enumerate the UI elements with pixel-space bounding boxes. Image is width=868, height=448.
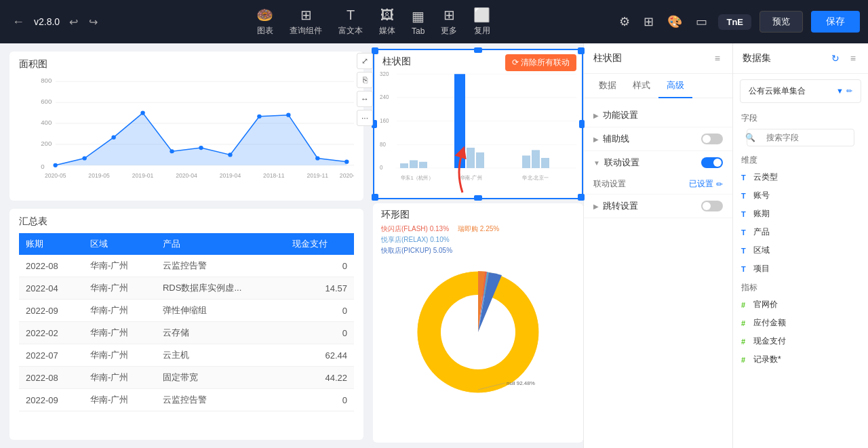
resize-handle-bl[interactable] xyxy=(372,194,378,201)
svg-point-11 xyxy=(53,163,57,167)
widget-toolbar: ⤢ ⎘ ↔ ··· xyxy=(354,50,376,129)
cell-period: 2022-08 xyxy=(19,367,83,389)
field-product[interactable]: T 产品 xyxy=(733,223,868,241)
svg-text:200: 200 xyxy=(41,140,52,147)
back-button[interactable]: ← xyxy=(8,12,28,32)
field-type-icon-6: T xyxy=(741,265,749,273)
svg-text:华东1（杭州）: 华东1（杭州） xyxy=(401,175,433,182)
field-period[interactable]: T 账期 xyxy=(733,205,868,223)
svg-text:400: 400 xyxy=(41,119,52,126)
field-period-name: 账期 xyxy=(753,208,770,220)
field-hash-icon-4: # xyxy=(741,356,749,364)
svg-text:2020-04: 2020-04 xyxy=(176,173,197,180)
cell-payment: 0 xyxy=(285,255,354,277)
field-region[interactable]: T 区域 xyxy=(733,241,868,260)
svg-point-16 xyxy=(199,146,203,150)
section-jump-title: ▶ 跳转设置 xyxy=(593,200,638,212)
svg-text:600: 600 xyxy=(41,98,52,105)
section-jump-header[interactable]: ▶ 跳转设置 xyxy=(584,195,732,218)
more-icon: ⊞ xyxy=(443,7,455,23)
field-record-count-name: 记录数* xyxy=(753,354,781,365)
field-account[interactable]: T 账号 xyxy=(733,186,868,205)
toolbar-item-chart[interactable]: 🍩 图表 xyxy=(256,7,273,37)
edit-icon[interactable]: ✏ xyxy=(716,180,723,189)
widget-link-btn[interactable]: ↔ xyxy=(357,91,373,107)
widget-expand-btn[interactable]: ⤢ xyxy=(357,53,373,69)
linked-toggle[interactable] xyxy=(701,157,723,168)
settings-menu-btn[interactable]: ≡ xyxy=(712,50,723,66)
bar-chart-settings-header: 柱状图 ≡ xyxy=(584,43,732,74)
bar-chart-settings-panel: 柱状图 ≡ 数据 样式 高级 ▶ 功能设置 ▶ xyxy=(583,43,732,448)
widget-more-btn[interactable]: ··· xyxy=(357,110,373,126)
dataset-panel: 数据集 ↻ ≡ 公有云账单集合 ▼ ✏ 字段 🔍 维度 T 云类型 xyxy=(732,43,868,448)
tab-data[interactable]: 数据 xyxy=(591,74,625,98)
edit-dataset-icon[interactable]: ✏ xyxy=(846,87,852,96)
section-function-header[interactable]: ▶ 功能设置 xyxy=(584,104,732,127)
svg-point-18 xyxy=(257,115,261,119)
resize-handle-right[interactable] xyxy=(579,120,585,128)
save-button[interactable]: 保存 xyxy=(811,11,860,33)
table-row: 2022-04 华南-广州 RDS数据库实例虚... 14.57 xyxy=(19,277,354,300)
resize-handle-corner[interactable] xyxy=(578,194,585,201)
cell-period: 2022-09 xyxy=(19,300,83,322)
dataset-menu-btn[interactable]: ≡ xyxy=(848,50,859,66)
table-row: 2022-02 华南-广州 云存储 0 xyxy=(19,322,354,344)
toolbar-item-tab-label: Tab xyxy=(412,26,425,36)
metric-label: 指标 xyxy=(733,278,868,296)
dataset-refresh-btn[interactable]: ↻ xyxy=(829,50,842,66)
toolbar-item-more[interactable]: ⊞ 更多 xyxy=(441,7,457,37)
svg-text:160: 160 xyxy=(380,117,389,124)
dataset-selector[interactable]: 公有云账单集合 ▼ ✏ xyxy=(740,79,861,103)
field-type-icon-2: T xyxy=(741,192,749,200)
paint-icon-btn[interactable]: 🎨 xyxy=(665,12,685,32)
field-official-price[interactable]: # 官网价 xyxy=(733,296,868,314)
search-field-input[interactable] xyxy=(747,129,854,146)
field-cash-payment-name: 现金支付 xyxy=(753,335,786,347)
settings-icon-btn[interactable]: ⚙ xyxy=(616,12,633,32)
layout-icon-btn[interactable]: ▭ xyxy=(693,12,710,32)
redo-button[interactable]: ↪ xyxy=(85,13,102,31)
resize-handle-tr[interactable] xyxy=(578,47,585,54)
field-record-count[interactable]: # 记录数* xyxy=(733,350,868,369)
grid-icon-btn[interactable]: ⊞ xyxy=(641,12,656,32)
toolbar-item-richtext[interactable]: T 富文本 xyxy=(338,7,363,37)
svg-text:0: 0 xyxy=(41,163,44,170)
dataset-header: 数据集 ↻ ≡ xyxy=(733,43,868,74)
section-linked: ▼ 联动设置 联动设置 已设置 ✏ xyxy=(584,151,732,195)
cell-region: 华南-广州 xyxy=(83,277,156,300)
resize-handle-top[interactable] xyxy=(474,47,482,53)
field-cloud-type[interactable]: T 云类型 xyxy=(733,168,868,186)
section-linked-header[interactable]: ▼ 联动设置 xyxy=(584,151,732,174)
field-region-name: 区域 xyxy=(753,245,770,256)
resize-handle-bottom[interactable] xyxy=(474,195,482,201)
chevron-right-icon-3: ▶ xyxy=(593,203,599,210)
field-project[interactable]: T 项目 xyxy=(733,260,868,278)
table-row: 2022-08 华南-广州 固定带宽 44.22 xyxy=(19,367,354,389)
auxiliary-toggle[interactable] xyxy=(701,134,723,144)
section-auxiliary-header[interactable]: ▶ 辅助线 xyxy=(584,127,732,150)
cell-period: 2022-04 xyxy=(19,277,83,300)
app-version: v2.8.0 xyxy=(34,16,60,27)
left-panel: 面积图 800 600 400 200 0 xyxy=(0,43,373,448)
preview-button[interactable]: 预览 xyxy=(760,11,803,33)
section-auxiliary-title: ▶ 辅助线 xyxy=(593,133,629,145)
field-cash-payment[interactable]: # 现金支付 xyxy=(733,332,868,350)
clear-linked-button[interactable]: ⟳ 清除所有联动 xyxy=(505,54,576,71)
jump-toggle[interactable] xyxy=(701,201,723,211)
tab-advanced[interactable]: 高级 xyxy=(658,74,692,98)
toolbar-item-tab[interactable]: ▦ Tab xyxy=(412,8,425,36)
toolbar-item-media[interactable]: 🖼 媒体 xyxy=(379,7,395,37)
chevron-right-icon: ▶ xyxy=(593,112,599,119)
toolbar-item-query[interactable]: ⊞ 查询组件 xyxy=(290,7,322,37)
toolbar-center: 🍩 图表 ⊞ 查询组件 T 富文本 🖼 媒体 ▦ Tab ⊞ 更多 ⬜ 复用 xyxy=(130,7,616,37)
cell-payment: 0 xyxy=(285,300,354,322)
tab-style[interactable]: 样式 xyxy=(625,74,658,98)
field-payable[interactable]: # 应付金额 xyxy=(733,314,868,332)
toolbar-item-reuse[interactable]: ⬜ 复用 xyxy=(473,7,490,37)
svg-rect-47 xyxy=(532,150,540,168)
cell-period: 2022-08 xyxy=(19,255,83,277)
widget-copy-btn[interactable]: ⎘ xyxy=(357,72,373,88)
dimension-label: 维度 xyxy=(733,150,868,168)
summary-table: 账期 区域 产品 现金支付 2022-08 华南-广州 云监控告警 0 2022… xyxy=(19,233,354,411)
undo-button[interactable]: ↩ xyxy=(65,13,82,31)
